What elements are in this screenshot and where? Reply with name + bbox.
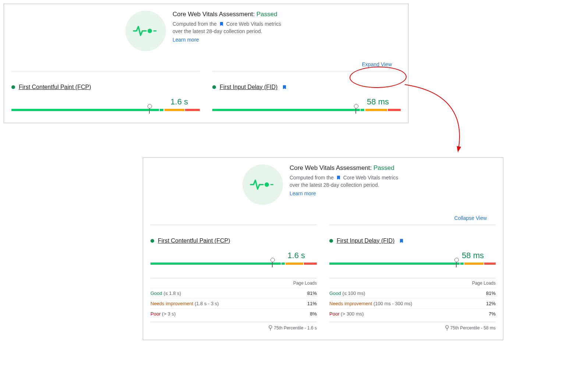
svg-rect-1 <box>153 31 156 32</box>
gauge-marker-icon <box>456 260 457 267</box>
learn-more-link[interactable]: Learn more <box>290 190 316 196</box>
distribution-table: Page Loads Good (≤ 1.8 s) 81% Needs impr… <box>150 278 317 331</box>
dist-value: 81% <box>486 290 496 296</box>
bookmark-icon <box>336 175 341 180</box>
metric-gauge <box>329 263 496 268</box>
assessment-status: Passed <box>373 164 394 171</box>
dist-value: 7% <box>489 311 496 317</box>
bookmark-icon <box>282 85 287 90</box>
dist-column-header: Page Loads <box>150 278 317 288</box>
bookmark-icon <box>219 21 224 26</box>
svg-rect-5 <box>270 328 271 331</box>
assessment-subtitle: Computed from the Core Web Vitals metric… <box>290 174 404 189</box>
gauge-marker-icon <box>272 260 273 267</box>
status-dot-good <box>11 85 15 89</box>
svg-point-6 <box>446 325 449 328</box>
dist-value: 8% <box>310 311 317 317</box>
dist-row: Poor (> 300 ms) 7% <box>329 309 496 319</box>
dist-column-header: Page Loads <box>329 278 496 288</box>
metric-name-link[interactable]: First Input Delay (FID) <box>337 238 394 244</box>
learn-more-link[interactable]: Learn more <box>173 37 199 43</box>
metric-gauge <box>150 263 317 268</box>
dist-row: Good (≤ 1.8 s) 81% <box>150 288 317 298</box>
svg-point-4 <box>269 325 272 328</box>
cwv-header: Core Web Vitals Assessment: Passed Compu… <box>11 11 401 51</box>
bookmark-icon <box>399 238 404 243</box>
metric-card-fid: First Input Delay (FID) 58 ms <box>212 71 401 114</box>
assessment-title: Core Web Vitals Assessment: Passed <box>290 164 404 172</box>
svg-point-0 <box>148 29 152 33</box>
cwv-panel-collapsed: Core Web Vitals Assessment: Passed Compu… <box>4 4 408 123</box>
percentile-footer: 75th Percentile - 1.6 s <box>150 322 317 331</box>
cwv-definition-link[interactable]: Core Web Vitals <box>343 175 380 181</box>
gauge-marker-icon <box>355 106 356 114</box>
status-dot-good <box>150 239 154 243</box>
svg-rect-3 <box>270 184 273 185</box>
metric-name-link[interactable]: First Input Delay (FID) <box>220 84 277 90</box>
marker-key-icon <box>269 325 272 331</box>
cwv-header: Core Web Vitals Assessment: Passed Compu… <box>150 164 496 205</box>
metric-value: 1.6 s <box>150 251 317 260</box>
activity-icon <box>242 164 283 205</box>
marker-key-icon <box>445 325 449 331</box>
metric-card-fcp: First Contentful Paint (FCP) 1.6 s Page … <box>150 225 317 331</box>
metric-gauge <box>212 109 401 114</box>
metric-value: 58 ms <box>212 97 401 107</box>
dist-value: 12% <box>486 301 496 306</box>
distribution-table: Page Loads Good (≤ 100 ms) 81% Needs imp… <box>329 278 496 331</box>
activity-icon <box>125 11 166 51</box>
svg-rect-7 <box>447 328 447 331</box>
dist-row: Needs improvement (1.8 s - 3 s) 11% <box>150 298 317 309</box>
metric-name-link[interactable]: First Contentful Paint (FCP) <box>19 84 91 90</box>
dist-value: 11% <box>307 301 317 306</box>
svg-point-2 <box>265 182 269 187</box>
cwv-definition-link[interactable]: Core Web Vitals <box>226 21 263 27</box>
status-dot-good <box>212 85 216 89</box>
gauge-marker-icon <box>149 106 150 114</box>
collapse-view-button[interactable]: Collapse View <box>454 215 487 221</box>
assessment-title: Core Web Vitals Assessment: Passed <box>173 11 287 18</box>
status-dot-good <box>329 239 333 243</box>
cwv-panel-expanded: Core Web Vitals Assessment: Passed Compu… <box>143 157 503 340</box>
percentile-footer: 75th Percentile - 58 ms <box>329 322 496 331</box>
metric-gauge <box>11 109 200 114</box>
metric-card-fid: First Input Delay (FID) 58 ms Page Loads… <box>329 225 496 331</box>
dist-row: Good (≤ 100 ms) 81% <box>329 288 496 298</box>
metric-value: 58 ms <box>329 251 496 260</box>
dist-value: 81% <box>307 290 317 296</box>
expand-view-button[interactable]: Expand View <box>362 61 392 67</box>
metric-value: 1.6 s <box>11 97 200 107</box>
dist-row: Poor (> 3 s) 8% <box>150 309 317 319</box>
metric-name-link[interactable]: First Contentful Paint (FCP) <box>158 238 230 244</box>
dist-row: Needs improvement (100 ms - 300 ms) 12% <box>329 298 496 309</box>
assessment-status: Passed <box>256 11 277 18</box>
assessment-subtitle: Computed from the Core Web Vitals metric… <box>173 20 287 35</box>
metric-card-fcp: First Contentful Paint (FCP) 1.6 s <box>11 71 200 114</box>
